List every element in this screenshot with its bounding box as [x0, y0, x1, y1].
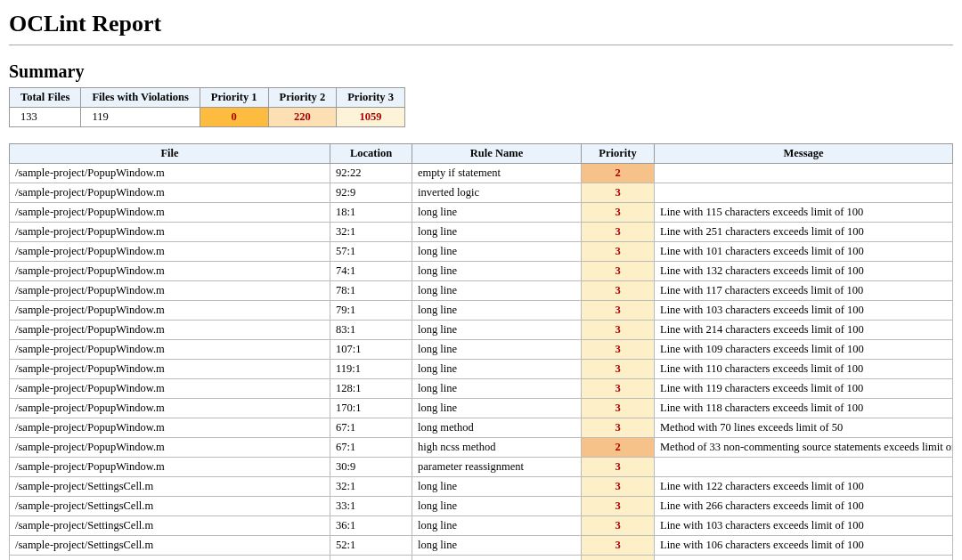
- cell-file: /sample-project/PopupWindow.m: [10, 301, 330, 321]
- summary-table: Total Files Files with Violations Priori…: [9, 87, 405, 127]
- cell-priority: 3: [582, 379, 655, 399]
- page-title: OCLint Report: [9, 11, 953, 37]
- cell-priority: 3: [582, 458, 655, 477]
- violations-header-priority: Priority: [582, 144, 655, 164]
- table-row: /sample-project/PopupWindow.m128:1long l…: [10, 379, 953, 399]
- cell-message: Line with 103 characters exceeds limit o…: [655, 516, 953, 536]
- cell-rule: long line: [412, 321, 582, 340]
- summary-p3: 1059: [337, 108, 405, 127]
- table-row: /sample-project/PopupWindow.m83:1long li…: [10, 321, 953, 340]
- summary-header-p3: Priority 3: [337, 88, 405, 108]
- table-row: /sample-project/PopupWindow.m119:1long l…: [10, 360, 953, 379]
- cell-location: 79:1: [330, 301, 412, 321]
- violations-header-rule: Rule Name: [412, 144, 582, 164]
- divider: [9, 45, 953, 45]
- cell-location: 128:1: [330, 379, 412, 399]
- cell-rule: long line: [412, 203, 582, 223]
- cell-message: Line with 107 characters exceeds limit o…: [655, 556, 953, 561]
- cell-file: /sample-project/PopupWindow.m: [10, 458, 330, 477]
- table-row: /sample-project/SettingsCell.m33:1long l…: [10, 497, 953, 516]
- cell-message: Line with 119 characters exceeds limit o…: [655, 379, 953, 399]
- cell-message: Line with 214 characters exceeds limit o…: [655, 321, 953, 340]
- cell-file: /sample-project/PopupWindow.m: [10, 183, 330, 203]
- summary-files-violations: 119: [81, 108, 200, 127]
- cell-message: Line with 117 characters exceeds limit o…: [655, 281, 953, 301]
- table-row: /sample-project/PopupWindow.m92:22empty …: [10, 164, 953, 183]
- table-row: /sample-project/PopupWindow.m18:1long li…: [10, 203, 953, 223]
- cell-file: /sample-project/PopupWindow.m: [10, 203, 330, 223]
- cell-rule: long line: [412, 556, 582, 561]
- cell-location: 32:1: [330, 477, 412, 497]
- cell-location: 107:1: [330, 340, 412, 360]
- cell-priority: 3: [582, 360, 655, 379]
- cell-rule: long line: [412, 399, 582, 418]
- table-row: /sample-project/PopupWindow.m79:1long li…: [10, 301, 953, 321]
- cell-location: 52:1: [330, 536, 412, 556]
- cell-rule: long line: [412, 340, 582, 360]
- cell-message: Line with 115 characters exceeds limit o…: [655, 203, 953, 223]
- cell-location: 57:1: [330, 242, 412, 262]
- cell-file: /sample-project/PopupWindow.m: [10, 379, 330, 399]
- cell-rule: empty if statement: [412, 164, 582, 183]
- summary-header-p1: Priority 1: [200, 88, 268, 108]
- cell-file: /sample-project/PopupWindow.m: [10, 360, 330, 379]
- cell-message: [655, 458, 953, 477]
- cell-message: Line with 101 characters exceeds limit o…: [655, 242, 953, 262]
- table-row: /sample-project/SettingsCell.m54:1long l…: [10, 556, 953, 561]
- cell-priority: 3: [582, 321, 655, 340]
- cell-rule: high ncss method: [412, 438, 582, 458]
- cell-file: /sample-project/SettingsCell.m: [10, 516, 330, 536]
- cell-rule: inverted logic: [412, 183, 582, 203]
- cell-rule: long line: [412, 281, 582, 301]
- cell-location: 83:1: [330, 321, 412, 340]
- cell-file: /sample-project/PopupWindow.m: [10, 223, 330, 242]
- cell-location: 18:1: [330, 203, 412, 223]
- cell-priority: 3: [582, 262, 655, 281]
- cell-message: Line with 106 characters exceeds limit o…: [655, 536, 953, 556]
- cell-priority: 3: [582, 242, 655, 262]
- cell-rule: long line: [412, 516, 582, 536]
- cell-message: Line with 122 characters exceeds limit o…: [655, 477, 953, 497]
- table-row: /sample-project/PopupWindow.m92:9inverte…: [10, 183, 953, 203]
- summary-header-files-violations: Files with Violations: [81, 88, 200, 108]
- cell-message: Line with 118 characters exceeds limit o…: [655, 399, 953, 418]
- cell-file: /sample-project/SettingsCell.m: [10, 497, 330, 516]
- cell-rule: long line: [412, 536, 582, 556]
- cell-file: /sample-project/PopupWindow.m: [10, 340, 330, 360]
- table-row: /sample-project/PopupWindow.m57:1long li…: [10, 242, 953, 262]
- cell-rule: long line: [412, 497, 582, 516]
- cell-rule: long line: [412, 242, 582, 262]
- violations-header-message: Message: [655, 144, 953, 164]
- cell-priority: 3: [582, 418, 655, 438]
- cell-priority: 3: [582, 497, 655, 516]
- cell-priority: 3: [582, 223, 655, 242]
- cell-file: /sample-project/PopupWindow.m: [10, 164, 330, 183]
- cell-priority: 3: [582, 340, 655, 360]
- cell-rule: parameter reassignment: [412, 458, 582, 477]
- table-row: /sample-project/PopupWindow.m67:1high nc…: [10, 438, 953, 458]
- cell-file: /sample-project/PopupWindow.m: [10, 262, 330, 281]
- cell-rule: long line: [412, 262, 582, 281]
- cell-location: 170:1: [330, 399, 412, 418]
- table-row: /sample-project/SettingsCell.m32:1long l…: [10, 477, 953, 497]
- cell-rule: long line: [412, 477, 582, 497]
- cell-location: 30:9: [330, 458, 412, 477]
- cell-file: /sample-project/PopupWindow.m: [10, 281, 330, 301]
- cell-file: /sample-project/SettingsCell.m: [10, 556, 330, 561]
- violations-header-file: File: [10, 144, 330, 164]
- summary-p1: 0: [200, 108, 268, 127]
- cell-message: Line with 266 characters exceeds limit o…: [655, 497, 953, 516]
- cell-file: /sample-project/SettingsCell.m: [10, 477, 330, 497]
- cell-file: /sample-project/SettingsCell.m: [10, 536, 330, 556]
- cell-priority: 3: [582, 556, 655, 561]
- cell-file: /sample-project/PopupWindow.m: [10, 399, 330, 418]
- cell-location: 32:1: [330, 223, 412, 242]
- cell-message: Method of 33 non-commenting source state…: [655, 438, 953, 458]
- summary-header-p2: Priority 2: [268, 88, 337, 108]
- cell-location: 74:1: [330, 262, 412, 281]
- table-row: /sample-project/PopupWindow.m78:1long li…: [10, 281, 953, 301]
- table-row: /sample-project/SettingsCell.m36:1long l…: [10, 516, 953, 536]
- cell-location: 36:1: [330, 516, 412, 536]
- cell-message: Line with 132 characters exceeds limit o…: [655, 262, 953, 281]
- cell-location: 119:1: [330, 360, 412, 379]
